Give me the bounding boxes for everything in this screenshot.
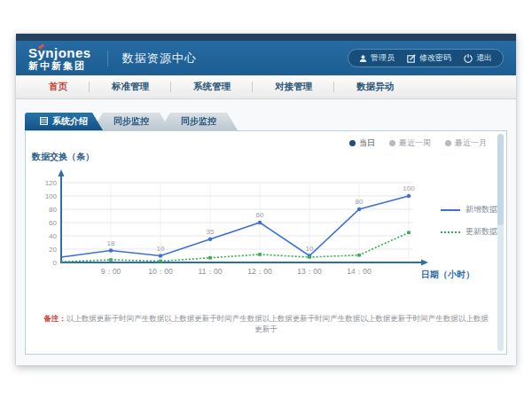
- svg-text:60: 60: [256, 211, 264, 219]
- footer-note: 备注：以上数据更新于时间产生数据以上数据更新于时间产生数据以上数据更新于时间产生…: [26, 314, 506, 335]
- app-window: Synjones 新中新集团 数据资源中心 管理员 修改密码 退出 首页 标准管…: [16, 34, 516, 365]
- legend-item-updated-data[interactable]: 更新数据: [441, 226, 497, 238]
- svg-text:35: 35: [207, 228, 215, 236]
- legend-label: 新增数据: [466, 204, 497, 215]
- svg-text:100: 100: [45, 192, 58, 200]
- radio-label: 最近一月: [455, 137, 487, 149]
- user-button-label: 管理员: [371, 52, 395, 64]
- footer-note-text: 以上数据更新于时间产生数据以上数据更新于时间产生数据以上数据更新于时间产生数据以…: [66, 314, 489, 333]
- user-button[interactable]: 管理员: [359, 52, 395, 64]
- radio-dot: [445, 140, 451, 146]
- panel-scrollbar[interactable]: [497, 134, 504, 351]
- line-chart: 0204060801001209：0010：0011：0012：0013：001…: [35, 163, 466, 282]
- radio-today[interactable]: 当日: [349, 137, 375, 149]
- scrollbar-thumb[interactable]: [497, 134, 504, 225]
- svg-text:10：00: 10：00: [148, 267, 173, 276]
- logout-button[interactable]: 退出: [464, 52, 492, 64]
- svg-text:20: 20: [49, 246, 57, 254]
- tab-label: 同步监控: [181, 115, 216, 128]
- legend-label: 更新数据: [466, 226, 497, 238]
- chart-panel: 当日 最近一周 最近一月 数据交换（条） 0204060801001209：00…: [25, 130, 507, 355]
- top-navy-strip: [16, 34, 516, 41]
- nav-item-data-change[interactable]: 数据异动: [334, 81, 416, 93]
- svg-text:120: 120: [45, 179, 58, 187]
- radio-dot: [349, 140, 356, 146]
- svg-text:18: 18: [107, 239, 115, 247]
- edit-icon: [407, 54, 416, 63]
- radio-dot: [389, 140, 395, 146]
- tab-sync-monitor-2[interactable]: 同步监控: [160, 113, 238, 130]
- svg-text:40: 40: [49, 232, 57, 240]
- legend-item-new-data[interactable]: 新增数据: [441, 204, 497, 215]
- chart-legend: 新增数据 更新数据: [441, 204, 497, 238]
- user-pill: 管理员 修改密码 退出: [348, 49, 504, 67]
- tab-system-intro[interactable]: 系统介绍: [25, 113, 103, 130]
- nav-item-interface-management[interactable]: 对接管理: [253, 81, 334, 93]
- power-icon: [464, 54, 473, 63]
- tab-bar: 系统介绍 同步监控 同步监控: [25, 113, 238, 130]
- svg-text:0: 0: [53, 259, 58, 267]
- logout-label: 退出: [476, 52, 492, 64]
- x-axis-title: 日期（小时）: [421, 269, 474, 281]
- legend-line-dotted-icon: [441, 231, 460, 233]
- radio-label: 最近一周: [399, 137, 431, 149]
- main-nav: 首页 标准管理 系统管理 对接管理 数据异动: [16, 75, 516, 99]
- svg-text:13：00: 13：00: [297, 267, 322, 276]
- y-axis-title: 数据交换（条）: [32, 151, 94, 163]
- radio-label: 当日: [359, 137, 375, 149]
- svg-text:10: 10: [306, 245, 314, 253]
- svg-text:100: 100: [403, 184, 415, 192]
- svg-text:80: 80: [356, 198, 364, 206]
- tab-sync-monitor-1[interactable]: 同步监控: [92, 113, 170, 130]
- change-password-label: 修改密码: [419, 52, 451, 64]
- footer-note-label: 备注：: [43, 314, 66, 323]
- svg-text:12：00: 12：00: [247, 267, 272, 276]
- system-intro-icon: [40, 117, 48, 127]
- svg-text:80: 80: [49, 206, 57, 214]
- brand-logo-subtext: 新中新集团: [28, 61, 91, 71]
- radio-last-week[interactable]: 最近一周: [389, 137, 431, 149]
- user-icon: [359, 54, 367, 63]
- app-header: Synjones 新中新集团 数据资源中心 管理员 修改密码 退出: [16, 41, 516, 75]
- nav-item-system-management[interactable]: 系统管理: [171, 81, 253, 93]
- svg-text:11：00: 11：00: [199, 267, 223, 276]
- svg-text:9：00: 9：00: [101, 267, 121, 276]
- svg-text:10: 10: [157, 245, 165, 253]
- brand-logo: Synjones 新中新集团: [28, 46, 91, 71]
- change-password-button[interactable]: 修改密码: [407, 52, 451, 64]
- tab-label: 同步监控: [113, 115, 149, 128]
- tab-label: 系统介绍: [52, 115, 88, 128]
- nav-item-standard-management[interactable]: 标准管理: [90, 81, 171, 93]
- svg-text:14：00: 14：00: [347, 267, 372, 276]
- legend-line-solid-icon: [441, 209, 460, 211]
- page-title: 数据资源中心: [107, 51, 197, 66]
- svg-text:60: 60: [49, 219, 57, 227]
- nav-item-home[interactable]: 首页: [27, 81, 90, 93]
- radio-last-month[interactable]: 最近一月: [445, 137, 487, 149]
- time-range-filter: 当日 最近一周 最近一月: [349, 137, 487, 149]
